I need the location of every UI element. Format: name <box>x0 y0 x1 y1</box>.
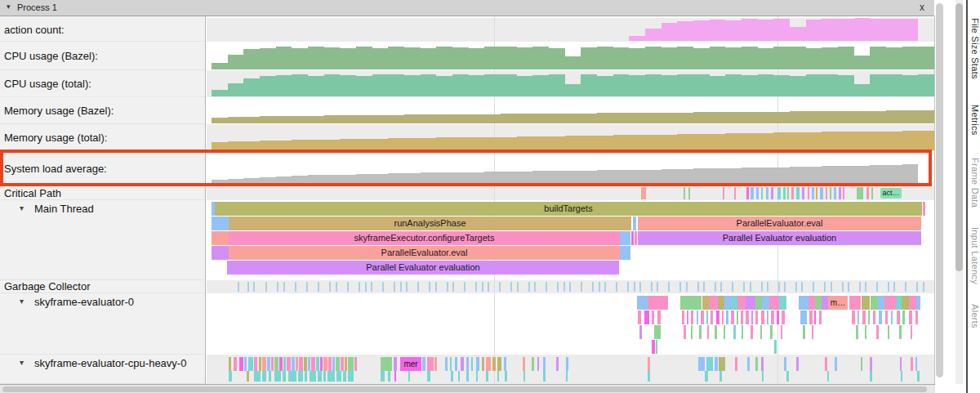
critical-path-slice[interactable] <box>751 187 754 199</box>
cpu-heavy-slice[interactable] <box>254 371 261 382</box>
gc-event-tick[interactable] <box>406 282 408 292</box>
cpu-heavy-slice[interactable] <box>497 371 499 382</box>
evaluator0-slice[interactable] <box>770 325 773 339</box>
evaluator0-slice[interactable] <box>652 340 655 354</box>
critical-path-slice[interactable] <box>834 187 836 199</box>
evaluator0-slice[interactable] <box>819 310 822 324</box>
critical-path-slice[interactable] <box>761 187 763 199</box>
critical-path-slice[interactable] <box>734 187 736 199</box>
gc-event-tick[interactable] <box>447 282 448 292</box>
critical-path-slice[interactable] <box>641 187 646 199</box>
counter-chart-cpu_bazel[interactable] <box>212 46 934 69</box>
gc-event-tick[interactable] <box>686 282 688 292</box>
evaluator0-slice[interactable] <box>779 296 786 310</box>
gc-event-tick[interactable] <box>634 282 635 292</box>
evaluator0-slice[interactable] <box>902 296 909 310</box>
gc-event-tick[interactable] <box>534 282 536 292</box>
critical-path-slice[interactable] <box>777 187 781 199</box>
evaluator0-slice[interactable] <box>751 325 753 339</box>
gc-event-tick[interactable] <box>283 282 285 292</box>
gc-event-tick[interactable] <box>888 282 889 292</box>
cpu-heavy-slice[interactable] <box>427 371 430 382</box>
gc-event-tick[interactable] <box>306 282 308 292</box>
evaluator0-slice[interactable] <box>755 296 762 310</box>
evaluator0-slice[interactable] <box>648 296 668 310</box>
evaluator0-slice[interactable] <box>781 325 782 339</box>
main-thread-slice[interactable] <box>631 231 634 245</box>
gc-event-tick[interactable] <box>592 282 594 292</box>
cpu-heavy-slice[interactable] <box>451 371 453 382</box>
evaluator0-slice[interactable] <box>822 296 828 310</box>
evaluator0-slice[interactable] <box>782 310 785 324</box>
critical-path-badge[interactable]: act… <box>880 188 902 199</box>
evaluator0-slice[interactable] <box>710 296 718 310</box>
cpu-heavy-slice[interactable] <box>328 357 332 371</box>
cpu-heavy-slice[interactable] <box>308 357 310 371</box>
cpu-heavy-slice[interactable] <box>705 371 708 382</box>
evaluator0-slice[interactable] <box>769 296 779 310</box>
gc-event-tick[interactable] <box>528 282 530 292</box>
cpu-heavy-slice[interactable] <box>354 357 357 371</box>
cpu-heavy-slice[interactable] <box>911 357 913 371</box>
main-thread-slice[interactable]: ParallelEvaluator.eval <box>638 217 921 230</box>
cpu-heavy-slice[interactable] <box>287 357 291 371</box>
cpu-heavy-slice[interactable] <box>267 357 270 371</box>
main-thread-slice[interactable]: Parallel Evaluator evaluation <box>227 261 619 275</box>
cpu-heavy-slice[interactable] <box>786 371 789 382</box>
gc-event-tick[interactable] <box>365 282 367 292</box>
gc-event-tick[interactable] <box>865 282 866 292</box>
evaluator0-slice[interactable] <box>680 296 702 310</box>
gc-event-tick[interactable] <box>546 282 547 292</box>
cpu-heavy-slice[interactable] <box>394 357 397 371</box>
horizontal-scrollbar-thumb[interactable] <box>2 386 927 392</box>
gc-event-tick[interactable] <box>627 282 629 292</box>
cpu-heavy-slice[interactable] <box>566 357 568 371</box>
evaluator0-slice[interactable] <box>755 310 758 324</box>
gc-event-tick[interactable] <box>657 282 658 292</box>
evaluator0-slice[interactable] <box>871 296 878 310</box>
cpu-heavy-slice[interactable] <box>388 371 390 382</box>
cpu-heavy-slice[interactable] <box>698 357 705 371</box>
cpu-heavy-slice[interactable] <box>471 357 473 371</box>
gc-event-tick[interactable] <box>247 282 249 292</box>
evaluator0-slice[interactable] <box>652 310 654 324</box>
cpu-heavy-slice[interactable] <box>482 357 484 371</box>
critical-path-slice[interactable] <box>826 187 827 199</box>
gc-event-tick[interactable] <box>400 282 402 292</box>
collapse-thread-icon[interactable]: ▾ <box>20 358 24 367</box>
evaluator0-slice[interactable] <box>800 310 807 324</box>
evaluator0-slice[interactable] <box>724 296 732 310</box>
gc-event-tick[interactable] <box>916 282 918 292</box>
main-thread-slice[interactable] <box>635 231 637 245</box>
critical-path-slice[interactable] <box>866 187 869 199</box>
cpu-heavy-slice[interactable] <box>292 357 295 371</box>
critical-path-slice[interactable] <box>766 187 768 199</box>
evaluator0-slice[interactable] <box>654 325 661 339</box>
critical-path-slice[interactable] <box>820 187 823 199</box>
collapse-thread-icon[interactable]: ▾ <box>20 203 24 212</box>
evaluator0-slice[interactable] <box>706 310 708 324</box>
gc-event-tick[interactable] <box>564 282 565 292</box>
collapse-process-icon[interactable]: ▾ <box>7 2 11 11</box>
cpu-heavy-slice[interactable] <box>296 357 298 371</box>
cpu-heavy-slice[interactable] <box>861 357 862 371</box>
cpu-heavy-slice[interactable] <box>715 357 718 371</box>
gc-event-tick[interactable] <box>510 282 512 292</box>
evaluator0-slice[interactable] <box>737 296 746 310</box>
cpu-heavy-slice[interactable] <box>283 357 286 371</box>
cpu-heavy-slice[interactable] <box>735 357 737 371</box>
evaluator0-slice[interactable] <box>902 310 905 324</box>
critical-path-slice[interactable] <box>787 187 789 199</box>
evaluator0-slice[interactable] <box>852 310 855 324</box>
counter-chart-action[interactable] <box>212 18 934 41</box>
cpu-heavy-slice[interactable] <box>566 371 568 382</box>
gc-event-tick[interactable] <box>371 282 372 292</box>
gc-event-tick[interactable] <box>750 282 751 292</box>
gc-event-tick[interactable] <box>801 282 803 292</box>
cpu-heavy-slice[interactable] <box>434 357 437 371</box>
evaluator0-slice[interactable] <box>862 310 866 324</box>
process-header[interactable]: ▾ Process 1 x <box>0 0 934 16</box>
cpu-heavy-slice[interactable] <box>504 357 506 371</box>
gc-event-tick[interactable] <box>761 282 763 292</box>
gc-event-tick[interactable] <box>905 282 906 292</box>
